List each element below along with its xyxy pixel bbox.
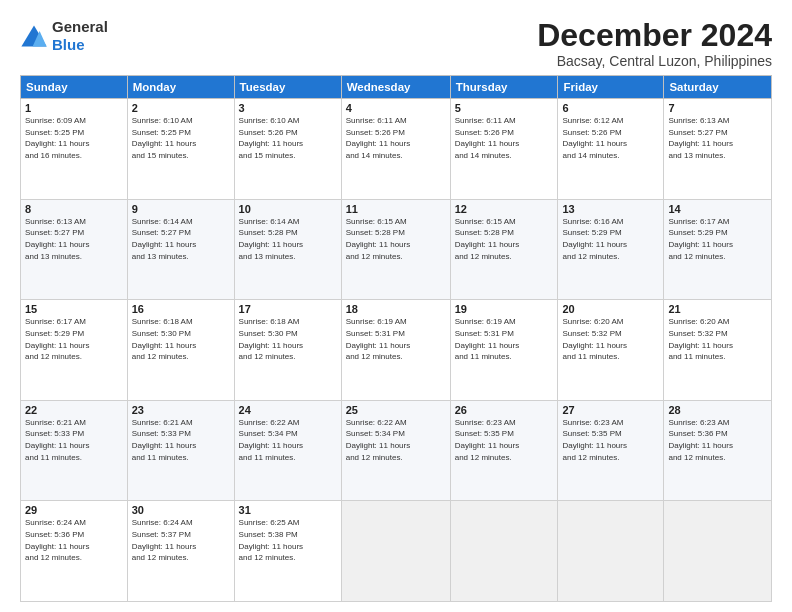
logo-icon (20, 24, 48, 48)
calendar-body: 1Sunrise: 6:09 AMSunset: 5:25 PMDaylight… (21, 99, 772, 602)
day-cell: 23Sunrise: 6:21 AMSunset: 5:33 PMDayligh… (127, 400, 234, 501)
day-cell: 11Sunrise: 6:15 AMSunset: 5:28 PMDayligh… (341, 199, 450, 300)
day-number: 10 (239, 203, 337, 215)
day-number: 2 (132, 102, 230, 114)
logo: General Blue (20, 18, 108, 54)
day-number: 9 (132, 203, 230, 215)
day-info: Sunrise: 6:18 AMSunset: 5:30 PMDaylight:… (239, 316, 337, 362)
day-number: 26 (455, 404, 554, 416)
logo-general: General (52, 18, 108, 35)
col-header-tuesday: Tuesday (234, 76, 341, 99)
day-number: 20 (562, 303, 659, 315)
day-cell: 27Sunrise: 6:23 AMSunset: 5:35 PMDayligh… (558, 400, 664, 501)
day-number: 8 (25, 203, 123, 215)
day-cell: 15Sunrise: 6:17 AMSunset: 5:29 PMDayligh… (21, 300, 128, 401)
day-cell: 6Sunrise: 6:12 AMSunset: 5:26 PMDaylight… (558, 99, 664, 200)
day-cell (558, 501, 664, 602)
day-info: Sunrise: 6:19 AMSunset: 5:31 PMDaylight:… (346, 316, 446, 362)
day-info: Sunrise: 6:19 AMSunset: 5:31 PMDaylight:… (455, 316, 554, 362)
day-info: Sunrise: 6:10 AMSunset: 5:26 PMDaylight:… (239, 115, 337, 161)
day-info: Sunrise: 6:11 AMSunset: 5:26 PMDaylight:… (346, 115, 446, 161)
day-number: 13 (562, 203, 659, 215)
day-cell: 1Sunrise: 6:09 AMSunset: 5:25 PMDaylight… (21, 99, 128, 200)
day-number: 4 (346, 102, 446, 114)
day-cell: 24Sunrise: 6:22 AMSunset: 5:34 PMDayligh… (234, 400, 341, 501)
day-info: Sunrise: 6:14 AMSunset: 5:27 PMDaylight:… (132, 216, 230, 262)
day-cell: 20Sunrise: 6:20 AMSunset: 5:32 PMDayligh… (558, 300, 664, 401)
title-block: December 2024 Bacsay, Central Luzon, Phi… (537, 18, 772, 69)
day-number: 17 (239, 303, 337, 315)
day-cell: 2Sunrise: 6:10 AMSunset: 5:25 PMDaylight… (127, 99, 234, 200)
day-info: Sunrise: 6:18 AMSunset: 5:30 PMDaylight:… (132, 316, 230, 362)
day-cell (450, 501, 558, 602)
day-number: 5 (455, 102, 554, 114)
day-number: 12 (455, 203, 554, 215)
day-cell: 14Sunrise: 6:17 AMSunset: 5:29 PMDayligh… (664, 199, 772, 300)
day-number: 7 (668, 102, 767, 114)
day-info: Sunrise: 6:17 AMSunset: 5:29 PMDaylight:… (668, 216, 767, 262)
calendar-header: SundayMondayTuesdayWednesdayThursdayFrid… (21, 76, 772, 99)
day-info: Sunrise: 6:21 AMSunset: 5:33 PMDaylight:… (25, 417, 123, 463)
day-number: 6 (562, 102, 659, 114)
week-row-3: 15Sunrise: 6:17 AMSunset: 5:29 PMDayligh… (21, 300, 772, 401)
day-info: Sunrise: 6:13 AMSunset: 5:27 PMDaylight:… (25, 216, 123, 262)
day-cell: 19Sunrise: 6:19 AMSunset: 5:31 PMDayligh… (450, 300, 558, 401)
day-number: 15 (25, 303, 123, 315)
day-info: Sunrise: 6:24 AMSunset: 5:37 PMDaylight:… (132, 517, 230, 563)
day-info: Sunrise: 6:22 AMSunset: 5:34 PMDaylight:… (346, 417, 446, 463)
day-info: Sunrise: 6:16 AMSunset: 5:29 PMDaylight:… (562, 216, 659, 262)
day-number: 23 (132, 404, 230, 416)
day-number: 11 (346, 203, 446, 215)
day-cell: 17Sunrise: 6:18 AMSunset: 5:30 PMDayligh… (234, 300, 341, 401)
day-number: 16 (132, 303, 230, 315)
day-cell: 22Sunrise: 6:21 AMSunset: 5:33 PMDayligh… (21, 400, 128, 501)
day-info: Sunrise: 6:14 AMSunset: 5:28 PMDaylight:… (239, 216, 337, 262)
day-cell: 18Sunrise: 6:19 AMSunset: 5:31 PMDayligh… (341, 300, 450, 401)
day-number: 19 (455, 303, 554, 315)
day-info: Sunrise: 6:22 AMSunset: 5:34 PMDaylight:… (239, 417, 337, 463)
day-cell: 16Sunrise: 6:18 AMSunset: 5:30 PMDayligh… (127, 300, 234, 401)
day-number: 25 (346, 404, 446, 416)
day-cell: 21Sunrise: 6:20 AMSunset: 5:32 PMDayligh… (664, 300, 772, 401)
day-cell: 8Sunrise: 6:13 AMSunset: 5:27 PMDaylight… (21, 199, 128, 300)
day-cell: 25Sunrise: 6:22 AMSunset: 5:34 PMDayligh… (341, 400, 450, 501)
day-info: Sunrise: 6:25 AMSunset: 5:38 PMDaylight:… (239, 517, 337, 563)
day-number: 27 (562, 404, 659, 416)
day-number: 31 (239, 504, 337, 516)
day-info: Sunrise: 6:11 AMSunset: 5:26 PMDaylight:… (455, 115, 554, 161)
day-number: 18 (346, 303, 446, 315)
day-cell: 9Sunrise: 6:14 AMSunset: 5:27 PMDaylight… (127, 199, 234, 300)
page: General Blue December 2024 Bacsay, Centr… (0, 0, 792, 612)
day-cell: 7Sunrise: 6:13 AMSunset: 5:27 PMDaylight… (664, 99, 772, 200)
day-cell: 13Sunrise: 6:16 AMSunset: 5:29 PMDayligh… (558, 199, 664, 300)
month-title: December 2024 (537, 18, 772, 53)
col-header-saturday: Saturday (664, 76, 772, 99)
col-header-wednesday: Wednesday (341, 76, 450, 99)
day-number: 3 (239, 102, 337, 114)
day-number: 21 (668, 303, 767, 315)
header-row: SundayMondayTuesdayWednesdayThursdayFrid… (21, 76, 772, 99)
day-cell: 31Sunrise: 6:25 AMSunset: 5:38 PMDayligh… (234, 501, 341, 602)
day-info: Sunrise: 6:15 AMSunset: 5:28 PMDaylight:… (455, 216, 554, 262)
day-info: Sunrise: 6:13 AMSunset: 5:27 PMDaylight:… (668, 115, 767, 161)
logo-blue: Blue (52, 36, 85, 53)
day-cell (341, 501, 450, 602)
week-row-1: 1Sunrise: 6:09 AMSunset: 5:25 PMDaylight… (21, 99, 772, 200)
day-info: Sunrise: 6:09 AMSunset: 5:25 PMDaylight:… (25, 115, 123, 161)
day-info: Sunrise: 6:20 AMSunset: 5:32 PMDaylight:… (668, 316, 767, 362)
week-row-4: 22Sunrise: 6:21 AMSunset: 5:33 PMDayligh… (21, 400, 772, 501)
col-header-thursday: Thursday (450, 76, 558, 99)
week-row-2: 8Sunrise: 6:13 AMSunset: 5:27 PMDaylight… (21, 199, 772, 300)
location-title: Bacsay, Central Luzon, Philippines (537, 53, 772, 69)
day-cell: 26Sunrise: 6:23 AMSunset: 5:35 PMDayligh… (450, 400, 558, 501)
day-info: Sunrise: 6:23 AMSunset: 5:36 PMDaylight:… (668, 417, 767, 463)
day-info: Sunrise: 6:24 AMSunset: 5:36 PMDaylight:… (25, 517, 123, 563)
day-info: Sunrise: 6:23 AMSunset: 5:35 PMDaylight:… (562, 417, 659, 463)
day-info: Sunrise: 6:12 AMSunset: 5:26 PMDaylight:… (562, 115, 659, 161)
col-header-friday: Friday (558, 76, 664, 99)
day-number: 1 (25, 102, 123, 114)
week-row-5: 29Sunrise: 6:24 AMSunset: 5:36 PMDayligh… (21, 501, 772, 602)
day-number: 28 (668, 404, 767, 416)
day-cell: 3Sunrise: 6:10 AMSunset: 5:26 PMDaylight… (234, 99, 341, 200)
calendar-table: SundayMondayTuesdayWednesdayThursdayFrid… (20, 75, 772, 602)
